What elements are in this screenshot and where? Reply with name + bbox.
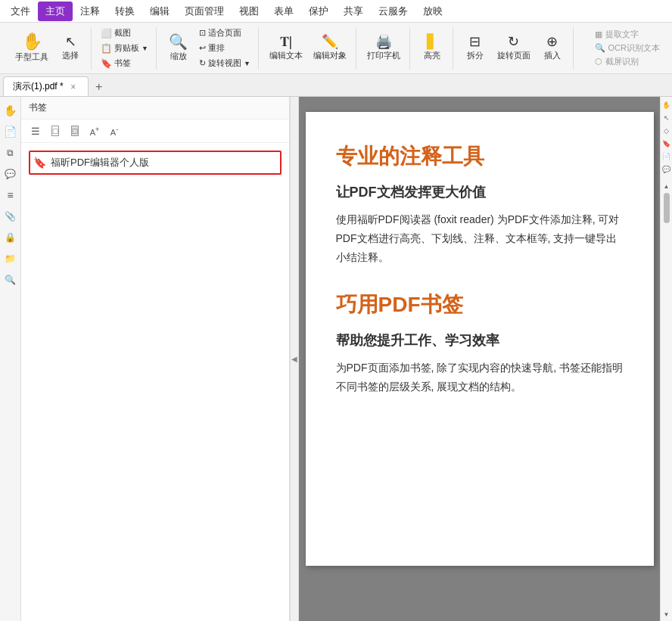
scroll-up-btn[interactable]: ▲: [664, 183, 670, 190]
extract-text-label: 提取文字: [605, 29, 639, 40]
scroll-thumb[interactable]: [664, 193, 670, 223]
rotate-icon: ↻: [508, 35, 519, 48]
sidebar-file-icon[interactable]: 📁: [2, 250, 20, 268]
print-btn[interactable]: 🖨️ 打印字机: [362, 29, 405, 67]
clipboard-arrow: ▼: [142, 45, 148, 52]
tab-file[interactable]: 演示(1).pdf * ×: [3, 76, 89, 96]
tab-filename: 演示(1).pdf *: [13, 80, 64, 93]
rotate-view-label: 旋转视图: [208, 57, 241, 69]
panel-tool-3[interactable]: □: [67, 123, 83, 139]
edit-text-btn[interactable]: 𝐓| 编辑文本: [265, 29, 307, 67]
screenshot-recog-btn[interactable]: ⬡ 截屏识别: [595, 56, 660, 67]
panel-header-label: 书签: [29, 102, 47, 113]
select-label: 选择: [62, 50, 79, 61]
menu-convert[interactable]: 转换: [107, 2, 142, 21]
bookmark-item[interactable]: 🔖: [29, 151, 282, 175]
toolbar-group-page: ⊟ 拆分 ↻ 旋转页面 ⊕ 插入: [455, 27, 574, 70]
split-icon: ⊟: [469, 35, 481, 48]
sidebar-comment-icon[interactable]: 💬: [2, 165, 20, 183]
rotate-label: 旋转页面: [497, 50, 530, 61]
panel-tool-1[interactable]: ☰: [27, 123, 44, 139]
scroll-area: ▲ ▼: [661, 183, 672, 618]
edit-obj-icon: ✏️: [322, 35, 338, 48]
pdf-section1-title: 专业的注释工具: [336, 142, 624, 171]
highlight-btn[interactable]: ▋ 高亮: [416, 29, 448, 67]
menu-cloud[interactable]: 云服务: [371, 2, 415, 21]
zoom-btn[interactable]: 🔍 缩放: [163, 29, 194, 67]
edit-text-label: 编辑文本: [269, 50, 303, 61]
toolbar-group-clip: ⬜ 截图 📋 剪贴板 ▼ 🔖 书签: [93, 27, 157, 70]
fit-page-btn[interactable]: ⊡ 适合页面: [196, 26, 254, 40]
left-sidebar: ✋ 📄 ⧉ 💬 ≡ 📎 🔒 📁 🔍: [0, 97, 21, 621]
rotate-btn[interactable]: ↻ 旋转页面: [493, 29, 535, 67]
sidebar-lock-icon[interactable]: 🔒: [2, 228, 20, 247]
zoom-label: 缩放: [170, 51, 187, 62]
toolbar-group-highlight: ▋ 高亮: [412, 27, 453, 70]
rotate-view-icon: ↻: [199, 58, 206, 68]
clipboard-label: 剪贴板: [114, 42, 139, 54]
ocr-btn[interactable]: 🔍 OCR识别文本: [595, 42, 660, 54]
screenshot-btn[interactable]: ⬜ 截图: [98, 26, 151, 40]
edit-obj-btn[interactable]: ✏️ 编辑对象: [309, 29, 351, 67]
split-btn[interactable]: ⊟ 拆分: [459, 29, 491, 67]
toolbar-vertical-clip: ⬜ 截图 📋 剪贴板 ▼ 🔖 书签: [98, 26, 151, 70]
print-label: 打印字机: [367, 50, 400, 61]
ocr-icon: 🔍: [595, 43, 605, 53]
extract-text-btn[interactable]: ▦ 提取文字: [595, 29, 660, 40]
toolbar: ✋ 手型工具 ↖ 选择 ⬜ 截图 📋 剪贴板 ▼ �: [0, 23, 672, 74]
menu-page-manage[interactable]: 页面管理: [177, 2, 232, 21]
menu-protect[interactable]: 保护: [301, 2, 336, 21]
sidebar-attachment-icon[interactable]: 📎: [2, 207, 20, 225]
main-area: ✋ 📄 ⧉ 💬 ≡ 📎 🔒 📁 🔍 书签 ☰ □ □: [0, 97, 672, 621]
bookmark-btn[interactable]: 🔖 书签: [98, 56, 151, 70]
pdf-section1-body: 使用福昕PDF阅读器 (foxit reader) 为PDF文件添加注释, 可对…: [336, 210, 624, 268]
pdf-section2-subtitle: 帮助您提升工作、学习效率: [336, 331, 624, 349]
menu-view[interactable]: 视图: [232, 2, 266, 21]
tab-close-btn[interactable]: ×: [68, 82, 79, 92]
fit-page-label: 适合页面: [208, 27, 241, 39]
tab-add-btn[interactable]: +: [90, 78, 108, 96]
insert-btn[interactable]: ⊕ 插入: [537, 29, 568, 67]
right-diamond-icon[interactable]: ◇: [661, 126, 672, 136]
menu-annotate[interactable]: 注释: [73, 2, 107, 21]
panel-tool-2[interactable]: □: [47, 123, 64, 139]
menu-file[interactable]: 文件: [3, 2, 38, 21]
menu-share[interactable]: 共享: [336, 2, 371, 21]
menu-bar: 文件 主页 注释 转换 编辑 页面管理 视图 表单 保护 共享 云服务 放映: [0, 0, 672, 23]
select-btn[interactable]: ↖ 选择: [54, 29, 86, 67]
clipboard-icon: 📋: [101, 43, 112, 54]
rearrange-btn[interactable]: ↩ 重排: [196, 41, 254, 55]
right-hand-icon[interactable]: ✋: [661, 100, 672, 110]
pdf-section2-title: 巧用PDF书签: [336, 290, 624, 319]
pdf-section1-subtitle: 让PDF文档发挥更大价值: [336, 183, 624, 201]
tab-bar: 演示(1).pdf * × +: [0, 74, 672, 97]
panel-tool-fontdown[interactable]: A-: [106, 123, 123, 139]
right-bookmark-icon[interactable]: 🔖: [661, 138, 672, 149]
scroll-down-btn[interactable]: ▼: [664, 611, 670, 618]
sidebar-hand-icon[interactable]: ✋: [2, 101, 20, 120]
sidebar-layers-icon[interactable]: ≡: [2, 186, 20, 204]
menu-form[interactable]: 表单: [266, 2, 301, 21]
toolbar-group-tools: ✋ 手型工具 ↖ 选择: [6, 27, 92, 70]
right-select-icon[interactable]: ↖: [661, 113, 672, 123]
bookmark-icon: 🔖: [101, 58, 112, 69]
panel-tool-3-icon: □: [71, 126, 79, 136]
clipboard-btn[interactable]: 📋 剪贴板 ▼: [98, 41, 151, 55]
hand-tool-label: 手型工具: [15, 51, 48, 63]
sidebar-page-icon[interactable]: 📄: [2, 123, 20, 141]
rotate-view-btn[interactable]: ↻ 旋转视图 ▼: [196, 56, 254, 70]
right-file-icon[interactable]: 📄: [661, 151, 672, 162]
right-mini-sidebar: ✋ ↖ ◇ 🔖 📄 💬 ▲ ▼: [660, 97, 672, 621]
bookmark-name-input[interactable]: [51, 157, 277, 169]
menu-present[interactable]: 放映: [415, 2, 450, 21]
panel-tool-fontup[interactable]: A+: [86, 123, 103, 139]
right-comment-icon[interactable]: 💬: [661, 164, 672, 175]
panel-toolbar: ☰ □ □ A+ A-: [21, 120, 289, 143]
menu-edit[interactable]: 编辑: [142, 2, 177, 21]
sidebar-copy-icon[interactable]: ⧉: [2, 144, 20, 162]
panel-collapse-handle[interactable]: ◀: [290, 97, 299, 621]
menu-home[interactable]: 主页: [38, 2, 73, 21]
panel-tool-2-icon: □: [51, 126, 60, 136]
sidebar-search-icon[interactable]: 🔍: [2, 271, 20, 289]
hand-tool-btn[interactable]: ✋ 手型工具: [11, 29, 53, 67]
